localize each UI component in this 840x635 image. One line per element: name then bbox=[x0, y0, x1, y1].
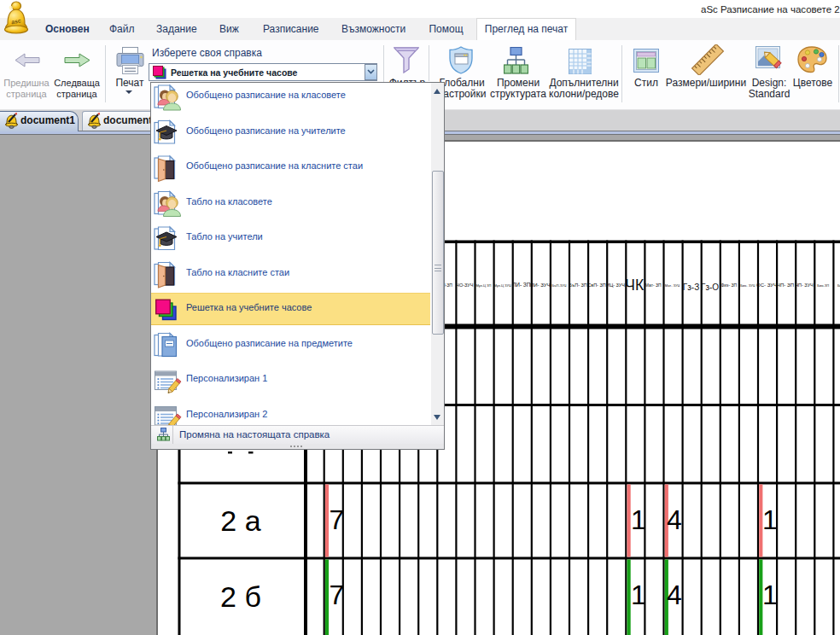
svg-text:ЧО-ЗУЧ: ЧО-ЗУЧ bbox=[456, 283, 474, 288]
svg-text:1: 1 bbox=[631, 504, 646, 535]
svg-text:2 а: 2 а bbox=[220, 504, 260, 537]
svg-text:Муз-Ц ЗП: Муз-Ц ЗП bbox=[475, 283, 491, 288]
svg-text:1: 1 bbox=[762, 580, 778, 610]
svg-text:4: 4 bbox=[667, 580, 682, 610]
svg-text:СвП- ЗП: СвП- ЗП bbox=[587, 283, 606, 288]
svg-text:Био- ЗУЧ: Био- ЗУЧ bbox=[740, 283, 755, 288]
svg-text:ПИ- ЗУЧ: ПИ- ЗУЧ bbox=[530, 283, 551, 288]
svg-text:Гз-З: Гз-З bbox=[683, 283, 699, 292]
svg-text:Физ- ЗП: Физ- ЗП bbox=[721, 283, 738, 288]
svg-text:БъП- ЗП: БъП- ЗП bbox=[569, 283, 587, 288]
svg-text:ОС- ЗУЧ: ОС- ЗУЧ bbox=[756, 283, 777, 288]
svg-text:1: 1 bbox=[762, 504, 778, 535]
svg-text:ИЦ- ЗУЧ: ИЦ- ЗУЧ bbox=[606, 283, 625, 288]
svg-text:ЧК: ЧК bbox=[625, 277, 645, 294]
svg-text:Мат- ЗП: Мат- ЗП bbox=[645, 283, 662, 288]
svg-text:ЧП- ЗП: ЧП- ЗП bbox=[777, 283, 794, 288]
svg-text:4: 4 bbox=[667, 504, 682, 535]
svg-text:ЧП- ЗУЧ: ЧП- ЗУЧ bbox=[795, 283, 814, 288]
svg-text:БъП-ЗУЧ: БъП-ЗУЧ bbox=[551, 283, 566, 288]
svg-text:2 б: 2 б bbox=[220, 580, 261, 613]
svg-text:Мат- ЗУЧ: Мат- ЗУЧ bbox=[665, 283, 680, 288]
svg-text:7: 7 bbox=[330, 580, 345, 610]
svg-text:ЛИ- ЗП: ЛИ- ЗП bbox=[512, 282, 531, 288]
svg-text:Гз-О: Гз-О bbox=[701, 283, 719, 292]
svg-text:1: 1 bbox=[631, 580, 646, 610]
svg-text:7: 7 bbox=[330, 504, 345, 535]
svg-text:Муз-Ц ЗУЧ: Муз-Ц ЗУЧ bbox=[493, 283, 511, 288]
svg-text:Био-ЗП: Био-ЗП bbox=[817, 283, 829, 288]
